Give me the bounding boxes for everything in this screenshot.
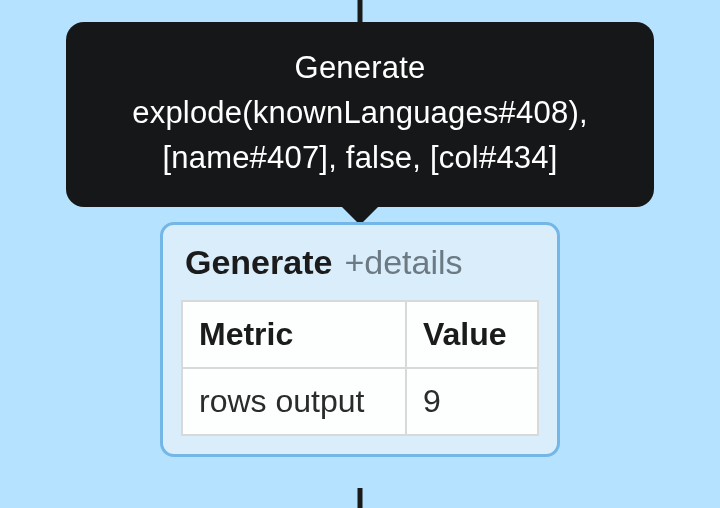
table-row: rows output 9: [182, 368, 538, 435]
connector-bottom: [358, 488, 363, 508]
tooltip-line: explode(knownLanguages#408),: [100, 91, 620, 136]
details-link[interactable]: +details: [344, 243, 462, 282]
operator-tooltip: Generate explode(knownLanguages#408), [n…: [66, 22, 654, 207]
node-header: Generate +details: [181, 243, 539, 282]
tooltip-line: [name#407], false, [col#434]: [100, 136, 620, 181]
cell-value: 9: [406, 368, 538, 435]
plan-node-card[interactable]: Generate +details Metric Value rows outp…: [160, 222, 560, 457]
node-title: Generate: [185, 243, 332, 282]
col-header-value: Value: [406, 301, 538, 368]
cell-metric: rows output: [182, 368, 406, 435]
tooltip-line: Generate: [100, 46, 620, 91]
metrics-table: Metric Value rows output 9: [181, 300, 539, 436]
connector-top: [358, 0, 363, 22]
col-header-metric: Metric: [182, 301, 406, 368]
table-header-row: Metric Value: [182, 301, 538, 368]
